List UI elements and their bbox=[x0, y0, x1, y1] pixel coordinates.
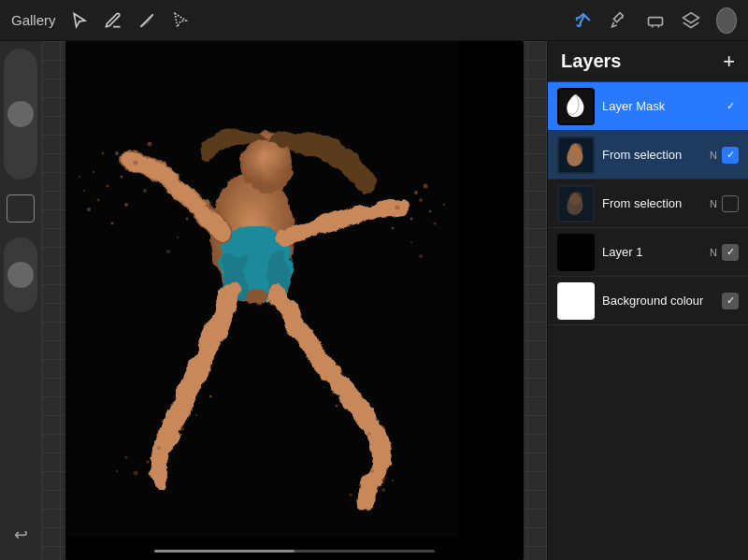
undo-button[interactable]: ↩ bbox=[14, 524, 28, 545]
eraser-icon[interactable] bbox=[645, 10, 666, 31]
svg-point-14 bbox=[93, 171, 94, 173]
svg-point-37 bbox=[349, 494, 352, 496]
layer-visibility-checkbox[interactable] bbox=[722, 147, 739, 164]
opacity-slider[interactable] bbox=[4, 237, 37, 312]
svg-point-23 bbox=[419, 198, 423, 202]
layer-info: Background colour bbox=[602, 294, 714, 308]
svg-point-30 bbox=[146, 461, 149, 464]
svg-point-42 bbox=[391, 227, 394, 230]
layers-header: Layers + bbox=[548, 41, 748, 82]
svg-point-34 bbox=[370, 469, 374, 473]
select-tool[interactable] bbox=[170, 10, 191, 31]
toolbar-right bbox=[574, 10, 737, 31]
layer-right: N bbox=[710, 147, 739, 164]
svg-point-16 bbox=[101, 152, 104, 155]
layer-item[interactable]: Background colour bbox=[548, 277, 748, 325]
svg-point-33 bbox=[116, 470, 118, 472]
svg-point-12 bbox=[96, 199, 99, 202]
svg-point-41 bbox=[166, 250, 170, 253]
layers-icon[interactable] bbox=[681, 10, 701, 31]
smudge-tool[interactable] bbox=[137, 10, 157, 31]
svg-point-49 bbox=[354, 419, 356, 421]
user-avatar[interactable] bbox=[716, 10, 737, 31]
svg-point-44 bbox=[419, 254, 423, 258]
svg-point-22 bbox=[410, 218, 412, 221]
brush-size-thumb[interactable] bbox=[7, 101, 34, 127]
svg-point-38 bbox=[392, 480, 394, 481]
brush-size-slider[interactable] bbox=[4, 49, 37, 179]
svg-point-7 bbox=[133, 161, 137, 165]
svg-point-25 bbox=[414, 191, 418, 194]
svg-point-9 bbox=[143, 189, 147, 193]
brush-tool-icon[interactable] bbox=[574, 10, 595, 31]
layer-thumbnail bbox=[557, 136, 595, 174]
square-tool-button[interactable] bbox=[7, 194, 35, 223]
svg-point-50 bbox=[367, 432, 371, 436]
painting-canvas[interactable] bbox=[65, 41, 524, 560]
layer-item[interactable]: From selection N bbox=[548, 131, 748, 179]
eyedropper-icon[interactable] bbox=[610, 10, 630, 31]
toolbar-left: Gallery bbox=[11, 10, 191, 31]
svg-point-36 bbox=[381, 488, 385, 492]
main-area: ↩ bbox=[0, 41, 748, 560]
svg-marker-1 bbox=[683, 12, 699, 22]
layer-visibility-checkbox[interactable] bbox=[722, 98, 739, 115]
layers-title: Layers bbox=[561, 50, 622, 72]
svg-point-21 bbox=[395, 206, 399, 210]
svg-point-32 bbox=[124, 456, 127, 459]
svg-point-17 bbox=[83, 190, 85, 192]
toolbar: Gallery bbox=[0, 0, 748, 41]
blend-mode-label: N bbox=[710, 247, 717, 258]
layer-right: N bbox=[710, 244, 739, 261]
svg-point-53 bbox=[569, 143, 583, 156]
layer-name: Layer Mask bbox=[602, 99, 714, 113]
opacity-thumb[interactable] bbox=[7, 262, 34, 288]
svg-point-29 bbox=[157, 446, 161, 450]
svg-point-10 bbox=[106, 185, 108, 188]
canvas-scrollbar-thumb bbox=[154, 550, 295, 553]
layer-thumbnail bbox=[557, 88, 595, 125]
canvas-area bbox=[41, 41, 547, 560]
svg-point-55 bbox=[569, 192, 583, 205]
layer-name: Layer 1 bbox=[602, 245, 702, 259]
svg-point-24 bbox=[428, 210, 431, 213]
layer-name: Background colour bbox=[602, 294, 714, 308]
layer-right bbox=[722, 98, 739, 115]
blend-mode-label: N bbox=[710, 198, 717, 209]
layer-visibility-checkbox[interactable] bbox=[722, 293, 739, 309]
left-sidebar: ↩ bbox=[0, 41, 41, 560]
canvas-scrollbar[interactable] bbox=[154, 550, 435, 553]
svg-point-15 bbox=[124, 203, 128, 207]
layer-right bbox=[722, 293, 739, 309]
canvas-background bbox=[41, 41, 547, 560]
layer-right: N bbox=[710, 195, 739, 212]
layers-list: Layer Mask From selection bbox=[548, 82, 748, 560]
layer-item[interactable]: From selection N bbox=[548, 179, 748, 228]
blend-mode-label: N bbox=[710, 150, 717, 161]
layers-panel: Layers + Layer Mask bbox=[547, 41, 748, 560]
svg-point-26 bbox=[433, 223, 436, 225]
gallery-button[interactable]: Gallery bbox=[11, 12, 56, 28]
svg-point-28 bbox=[443, 204, 445, 206]
svg-point-48 bbox=[335, 405, 338, 408]
layer-thumbnail bbox=[557, 282, 595, 320]
layer-item[interactable]: Layer Mask bbox=[548, 82, 748, 131]
layer-thumbnail bbox=[557, 185, 595, 223]
svg-point-13 bbox=[147, 142, 151, 147]
pen-tool[interactable] bbox=[103, 10, 123, 31]
svg-rect-0 bbox=[649, 17, 663, 24]
svg-point-31 bbox=[133, 471, 137, 476]
svg-point-45 bbox=[209, 395, 211, 398]
layer-info: Layer Mask bbox=[602, 99, 714, 113]
svg-point-39 bbox=[185, 218, 188, 221]
layer-name: From selection bbox=[602, 148, 702, 162]
layer-info: From selection bbox=[602, 148, 702, 162]
svg-point-8 bbox=[120, 176, 122, 179]
layer-item[interactable]: Layer 1 N bbox=[548, 228, 748, 277]
cursor-tool[interactable] bbox=[69, 10, 90, 31]
svg-point-11 bbox=[115, 151, 119, 155]
add-layer-button[interactable]: + bbox=[723, 51, 735, 72]
layer-visibility-checkbox[interactable] bbox=[722, 195, 739, 212]
svg-point-35 bbox=[358, 484, 361, 487]
layer-visibility-checkbox[interactable] bbox=[722, 244, 739, 261]
